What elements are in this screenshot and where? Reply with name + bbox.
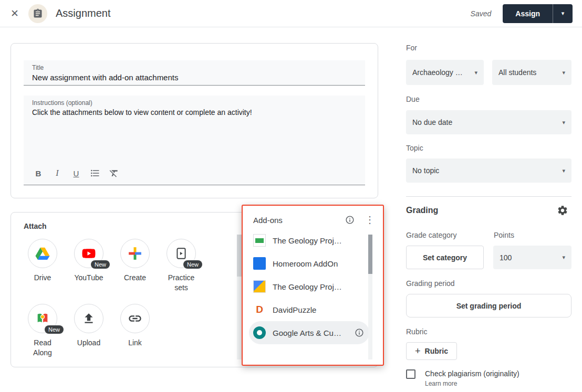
class-select[interactable]: Archaeology … ▾ (406, 60, 484, 85)
attach-item-label: Link (112, 338, 158, 348)
addon-item-google-arts[interactable]: Google Arts & Cu… (249, 321, 369, 344)
drive-icon (35, 246, 50, 261)
saved-status: Saved (471, 9, 492, 18)
chevron-down-icon: ▾ (562, 119, 565, 126)
grade-category-label: Grade category (406, 231, 457, 239)
read-along-icon (35, 311, 50, 326)
chevron-down-icon: ▾ (562, 10, 565, 17)
points-select[interactable]: 100 ▾ (493, 246, 571, 269)
davidpuzzle-icon: D (253, 303, 266, 316)
create-plus-icon (127, 246, 143, 261)
gear-icon (557, 205, 568, 216)
addon-label: The Geology Proj… (273, 236, 365, 245)
practice-sets-icon (174, 247, 188, 260)
assign-dropdown-button[interactable]: ▾ (553, 4, 573, 23)
link-icon (128, 311, 142, 326)
set-category-value: Set category (423, 253, 467, 262)
close-button[interactable]: ✕ (6, 5, 23, 22)
learn-more-link[interactable]: Learn more (425, 380, 457, 387)
youtube-button[interactable]: New YouTube (66, 239, 112, 283)
addon-label: The Geology Proj… (273, 282, 365, 291)
bold-button[interactable]: B (29, 166, 48, 181)
read-along-button[interactable]: New Read Along (19, 304, 66, 358)
geology-project-icon (253, 280, 266, 293)
grading-title: Grading (406, 206, 438, 215)
addon-label: DavidPuzzle (273, 305, 365, 314)
homeroom-addon-icon (253, 257, 266, 270)
youtube-icon (81, 246, 97, 261)
bulleted-list-icon (90, 168, 100, 178)
formatting-toolbar: B I U (29, 166, 123, 181)
topic-select-value: No topic (412, 166, 439, 175)
addon-label: Homeroom AddOn (273, 259, 365, 268)
attach-scrollbar (237, 235, 242, 359)
points-label: Points (494, 231, 514, 239)
instructions-label: Instructions (optional) (32, 99, 357, 107)
set-grading-period-button[interactable]: Set grading period (406, 294, 571, 317)
drive-button[interactable]: Drive (19, 239, 66, 283)
topic-select[interactable]: No topic ▾ (406, 158, 571, 183)
plagiarism-label: Check plagiarism (originality) (425, 369, 519, 378)
addons-popup: Add-ons ⋮ The Geology Proj… Homeroom Add… (242, 205, 384, 366)
underline-button[interactable]: U (67, 166, 86, 181)
add-rubric-button[interactable]: + Rubric (406, 342, 457, 360)
addons-scrollbar-thumb[interactable] (368, 235, 372, 274)
rubric-button-label: Rubric (425, 347, 448, 355)
new-badge: New (45, 325, 64, 334)
divider (406, 196, 571, 197)
rubric-label: Rubric (406, 327, 427, 336)
title-field[interactable]: Title New assignment with add-on attachm… (24, 60, 365, 86)
addon-item-geology-2[interactable]: The Geology Proj… (243, 275, 383, 298)
addons-info-button[interactable] (345, 215, 355, 225)
addon-info-button[interactable] (355, 328, 364, 337)
class-select-value: Archaeology … (412, 68, 463, 77)
italic-button[interactable]: I (48, 166, 67, 181)
students-select[interactable]: All students ▾ (492, 60, 571, 85)
addon-label: Google Arts & Cu… (273, 329, 348, 337)
app-header: ✕ Assignment Saved Assign ▾ (0, 0, 582, 27)
attach-item-label: Read Along (26, 338, 59, 358)
attach-item-label: YouTube (66, 273, 112, 283)
page-title: Assignment (56, 7, 111, 19)
attach-item-label: Drive (19, 273, 66, 283)
plagiarism-checkbox[interactable] (406, 369, 415, 379)
grading-period-label: Grading period (406, 279, 455, 288)
chevron-down-icon: ▾ (562, 254, 565, 261)
addon-item-geology-1[interactable]: The Geology Proj… (243, 229, 383, 252)
due-label: Due (406, 95, 420, 103)
assign-split-button: Assign ▾ (503, 4, 573, 23)
link-button[interactable]: Link (112, 304, 158, 348)
info-icon (355, 328, 364, 337)
settings-sidebar: For Archaeology … ▾ All students ▾ Due N… (395, 27, 582, 392)
chevron-down-icon: ▾ (474, 69, 477, 76)
addons-title: Add-ons (253, 216, 345, 225)
assign-button[interactable]: Assign (503, 4, 553, 23)
new-badge: New (183, 260, 202, 269)
upload-icon (82, 312, 96, 325)
google-arts-culture-icon (253, 326, 266, 339)
for-label: For (406, 44, 417, 52)
grading-settings-button[interactable] (557, 205, 568, 218)
points-value: 100 (500, 253, 512, 262)
info-icon (345, 215, 355, 225)
addon-item-homeroom[interactable]: Homeroom AddOn (243, 252, 383, 275)
practice-sets-button[interactable]: New Practice sets (158, 239, 204, 293)
attach-scrollbar-thumb[interactable] (237, 235, 242, 277)
create-button[interactable]: Create (112, 239, 158, 283)
set-category-select[interactable]: Set category (406, 246, 484, 269)
attach-item-label: Create (112, 273, 158, 283)
set-grading-period-label: Set grading period (456, 302, 522, 310)
plus-icon: + (415, 346, 421, 357)
bulleted-list-button[interactable] (86, 166, 105, 181)
due-select[interactable]: No due date ▾ (406, 110, 571, 134)
new-badge: New (91, 260, 110, 269)
students-select-value: All students (498, 68, 536, 77)
instructions-field[interactable]: Instructions (optional) Click the attach… (24, 96, 365, 185)
attach-label: Attach (24, 222, 47, 230)
more-vert-icon: ⋮ (365, 215, 375, 225)
addon-item-davidpuzzle[interactable]: D DavidPuzzle (243, 298, 383, 321)
upload-button[interactable]: Upload (66, 304, 112, 348)
clear-formatting-button[interactable] (105, 166, 123, 181)
addons-menu-button[interactable]: ⋮ (365, 214, 375, 226)
geology-project-icon (253, 234, 266, 247)
